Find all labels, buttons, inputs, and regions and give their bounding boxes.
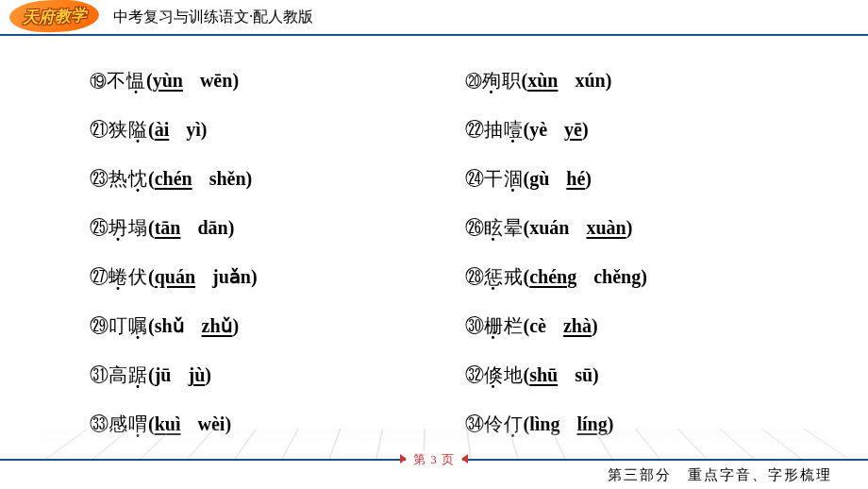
chinese-chars: 眩晕 bbox=[484, 215, 524, 240]
entry-number: ⑳ bbox=[465, 71, 482, 93]
pinyin-option-2: yì bbox=[186, 117, 201, 142]
page-number: 第 3 页 bbox=[406, 451, 462, 468]
vocab-entry: ㉚栅栏(cèzhà) bbox=[465, 313, 812, 338]
logo-text: 天府教学 bbox=[22, 4, 87, 27]
chinese-chars: 高踞 bbox=[108, 363, 148, 387]
chinese-chars: 不愠 bbox=[107, 68, 146, 93]
entry-number: ㉓ bbox=[90, 166, 108, 191]
chinese-chars: 坍塌 bbox=[108, 215, 148, 240]
pinyin-option-2: yē bbox=[564, 117, 582, 142]
pinyin-option-2: jù bbox=[188, 363, 205, 387]
pinyin-option-2: wēn bbox=[200, 68, 232, 93]
vocab-entry: ⑳殉职(xùnxún) bbox=[465, 68, 812, 93]
pinyin-option-1: quán bbox=[155, 264, 195, 289]
entry-number: ⑲ bbox=[90, 71, 107, 93]
vocab-entry: ㉘惩戒(chéngchěng) bbox=[465, 264, 812, 289]
chinese-chars: 干涸 bbox=[484, 166, 524, 191]
pinyin-option-1: jū bbox=[155, 363, 172, 387]
pinyin-option-2: dān bbox=[197, 215, 227, 240]
pinyin-option-2: zhǔ bbox=[202, 313, 233, 338]
vocab-entry: ㉛高踞(jūjù) bbox=[90, 363, 437, 387]
entry-number: ㉚ bbox=[465, 313, 484, 338]
pinyin-option-1: ài bbox=[155, 117, 170, 142]
pinyin-option-2: chěng bbox=[593, 264, 641, 289]
pinyin-option-1: tān bbox=[155, 215, 181, 240]
pinyin-option-1: chén bbox=[155, 166, 192, 191]
pinyin-option-2: shěn bbox=[209, 166, 246, 191]
entry-number: ㉑ bbox=[90, 117, 108, 142]
vocab-entry: ㉔干涸(gùhé) bbox=[465, 166, 812, 191]
footer-section-title: 第三部分 重点字音、字形梳理 bbox=[608, 466, 832, 484]
vocab-entry: ㉙叮嘱(shǔzhǔ) bbox=[90, 313, 437, 338]
pinyin-option-1: shǔ bbox=[155, 313, 185, 338]
pinyin-option-1: xùn bbox=[527, 68, 558, 93]
entry-number: ㉗ bbox=[90, 264, 108, 289]
pinyin-option-1: gù bbox=[529, 166, 549, 191]
pinyin-option-2: juǎn bbox=[212, 264, 251, 289]
vocab-entry: ㉓热忱(chénshěn) bbox=[90, 166, 437, 191]
pinyin-option-2: sū bbox=[575, 363, 593, 387]
pinyin-option-2: xún bbox=[575, 68, 605, 93]
chinese-chars: 倏地 bbox=[484, 363, 524, 387]
chinese-chars: 热忱 bbox=[108, 166, 148, 191]
pinyin-option-2: xuàn bbox=[586, 215, 626, 240]
pinyin-option-1: xuán bbox=[529, 215, 569, 240]
footer: 第 3 页 第三部分 重点字音、字形梳理 bbox=[0, 434, 868, 489]
vocab-entry: ⑲不愠(yùnwēn) bbox=[90, 68, 437, 93]
chinese-chars: 蜷伏 bbox=[108, 264, 148, 289]
logo: 天府教学 bbox=[8, 0, 99, 34]
chinese-chars: 惩戒 bbox=[484, 264, 524, 289]
chinese-chars: 栅栏 bbox=[484, 313, 524, 338]
header: 天府教学 中考复习与训练语文·配人教版 bbox=[0, 0, 868, 36]
entry-number: ㉔ bbox=[465, 166, 484, 191]
pinyin-option-1: chéng bbox=[529, 264, 576, 289]
entry-number: ㉒ bbox=[465, 117, 484, 142]
vocab-entry: ㉗蜷伏(quánjuǎn) bbox=[90, 264, 437, 289]
vocab-entry: ㉕坍塌(tāndān) bbox=[90, 215, 437, 240]
pinyin-option-2: hé bbox=[566, 166, 585, 191]
entry-number: ㉕ bbox=[90, 215, 108, 240]
vocab-entry: ㉒抽噎(yèyē) bbox=[465, 117, 812, 142]
entry-number: ㉜ bbox=[465, 363, 484, 387]
entry-number: ㉘ bbox=[465, 264, 484, 289]
pinyin-option-1: shū bbox=[529, 363, 558, 387]
entry-number: ㉖ bbox=[465, 215, 484, 240]
entry-number: ㉙ bbox=[90, 313, 108, 338]
chinese-chars: 狭隘 bbox=[108, 117, 148, 142]
chinese-chars: 殉职 bbox=[482, 68, 522, 93]
content-grid: ⑲不愠(yùnwēn)⑳殉职(xùnxún)㉑狭隘(àiyì)㉒抽噎(yèyē)… bbox=[90, 68, 811, 436]
vocab-entry: ㉑狭隘(àiyì) bbox=[90, 117, 437, 142]
vocab-entry: ㉜倏地(shūsū) bbox=[465, 363, 812, 387]
chinese-chars: 叮嘱 bbox=[108, 313, 148, 338]
vocab-entry: ㉖眩晕(xuánxuàn) bbox=[465, 215, 812, 240]
pinyin-option-1: yùn bbox=[153, 68, 183, 93]
pinyin-option-1: yè bbox=[529, 117, 547, 142]
header-title: 中考复习与训练语文·配人教版 bbox=[113, 8, 313, 27]
pinyin-option-2: zhà bbox=[563, 313, 592, 338]
chinese-chars: 抽噎 bbox=[484, 117, 524, 142]
pinyin-option-1: cè bbox=[529, 313, 546, 338]
entry-number: ㉛ bbox=[90, 363, 108, 387]
